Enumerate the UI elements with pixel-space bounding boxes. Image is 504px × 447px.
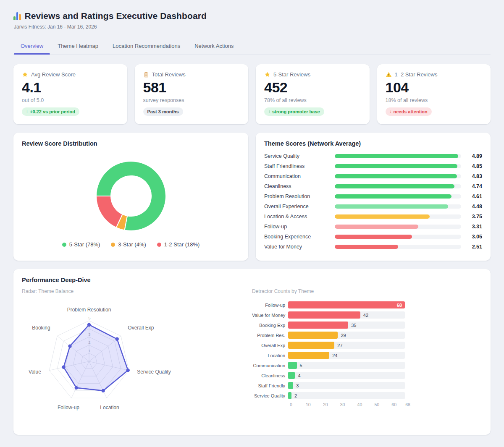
kpi-badge-text: strong promoter base — [272, 109, 320, 114]
theme-score-label: Value for Money — [264, 244, 335, 250]
theme-score-track — [335, 235, 461, 239]
theme-score-row-service-quality: Service Quality4.89 — [264, 153, 482, 159]
kpi-header: 1–2 Star Reviews — [386, 71, 483, 78]
theme-score-bar — [335, 184, 454, 188]
theme-score-row-overall-experience: Overall Experience4.48 — [264, 204, 482, 209]
legend-dot — [111, 243, 115, 247]
detractor-subtitle: Detractor Counts by Theme — [252, 288, 482, 294]
legend-item-3-star-4[interactable]: 3-Star (4%) — [111, 241, 146, 248]
kpi-badge-text: Past 3 months — [147, 109, 179, 114]
tab-location-recommendations[interactable]: Location Recommendations — [105, 39, 187, 54]
kpi-label: 5-Star Reviews — [273, 71, 310, 78]
theme-score-label: Follow-up — [264, 224, 335, 230]
detractor-value: 5 — [300, 363, 302, 368]
logo-bar — [16, 12, 18, 20]
theme-score-bar — [335, 154, 458, 158]
donut-legend: 5-Star (78%)3-Star (4%)1-2 Star (18%) — [22, 241, 240, 248]
detractor-axis-tick: 68 — [405, 402, 410, 407]
detractor-rows: Follow-up68Value for Money42Booking Exp3… — [252, 301, 482, 399]
radar-axis-label-booking: Booking — [32, 325, 50, 331]
radar-point-location — [101, 389, 105, 392]
detractor-bar — [288, 332, 338, 339]
theme-score-track — [335, 174, 461, 178]
detractor-label: Staff Friendly — [252, 383, 288, 388]
theme-score-label: Overall Experience — [264, 204, 335, 209]
detractor-x-axis: 010203040506068 — [291, 402, 408, 408]
radar-axis-label-value: Value — [29, 369, 41, 375]
kpi-badge-text: +0.22 vs prior period — [30, 109, 75, 114]
kpi-value: 581 — [143, 80, 240, 95]
radar-axis-label-service-quality: Service Quality — [137, 369, 171, 375]
theme-score-row-staff-friendliness: Staff Friendliness4.85 — [264, 163, 482, 169]
radar-point-overall-exp — [116, 337, 119, 341]
tab-overview[interactable]: Overview — [13, 39, 50, 54]
detractor-track: 5 — [288, 362, 405, 369]
deep-dive-columns: Radar: Theme Balance 12345Problem Resolu… — [22, 285, 482, 425]
panel-title-theme-scores: Theme Scores (Network Average) — [264, 140, 482, 147]
theme-score-value: 3.31 — [468, 224, 482, 230]
detractor-bar — [288, 301, 405, 308]
theme-score-row-follow-up: Follow-up3.31 — [264, 224, 482, 230]
detractor-value: 29 — [341, 333, 346, 338]
detractor-axis-tick: 20 — [323, 402, 328, 407]
theme-score-label: Location & Access — [264, 214, 335, 220]
detractor-label: Location — [252, 353, 288, 358]
kpi-status-badge: ↓needs attention — [386, 107, 432, 116]
theme-score-value: 4.83 — [468, 173, 482, 179]
radar-point-service-quality — [126, 369, 129, 372]
arrow-up-icon: ↑ — [268, 109, 270, 114]
legend-item-1-2-star-18[interactable]: 1-2 Star (18%) — [157, 241, 200, 248]
detractor-bar — [288, 322, 348, 329]
detractor-track: 4 — [288, 372, 405, 379]
detractor-bar — [288, 362, 297, 369]
detractor-row-follow-up: Follow-up68 — [252, 301, 482, 308]
kpi-subtext: 78% of all reviews — [264, 97, 361, 103]
legend-label: 3-Star (4%) — [118, 241, 146, 248]
detractor-value: 42 — [363, 313, 368, 318]
legend-dot — [157, 243, 161, 247]
arrow-down-icon: ↓ — [390, 109, 392, 114]
theme-score-value: 2.51 — [468, 244, 482, 250]
theme-score-value: 4.48 — [468, 204, 482, 209]
detractor-bar — [288, 352, 329, 359]
radar-axis-label-follow-up: Follow-up — [58, 405, 79, 410]
theme-scores-panel: Theme Scores (Network Average) Service Q… — [256, 133, 491, 261]
kpi-subtext: 18% of all reviews — [386, 97, 483, 103]
theme-score-bar — [335, 214, 430, 219]
page-title: Reviews and Ratings Executive Dashboard — [25, 11, 207, 21]
detractor-label: Overall Exp — [252, 343, 288, 348]
tab-theme-heatmap[interactable]: Theme Heatmap — [50, 39, 105, 54]
detractor-value: 2 — [294, 393, 297, 398]
kpi-label: Avg Review Score — [31, 71, 76, 78]
detractor-row-communication: Communication5 — [252, 362, 482, 369]
tab-network-actions[interactable]: Network Actions — [187, 39, 241, 54]
detractor-column: Detractor Counts by Theme Follow-up68Val… — [252, 285, 482, 425]
radar-column: Radar: Theme Balance 12345Problem Resolu… — [22, 285, 252, 425]
theme-score-bar — [335, 204, 448, 209]
radar-subtitle: Radar: Theme Balance — [22, 288, 252, 294]
theme-score-row-location-access: Location & Access3.75 — [264, 214, 482, 220]
detractor-value: 68 — [397, 303, 402, 308]
kpi-value: 4.1 — [22, 80, 119, 95]
star-icon — [264, 71, 270, 78]
theme-score-label: Cleanliness — [264, 183, 335, 189]
detractor-track: 27 — [288, 342, 405, 349]
kpi-card-avg-review-score: Avg Review Score4.1out of 5.0↑+0.22 vs p… — [13, 64, 127, 124]
legend-item-5-star-78[interactable]: 5-Star (78%) — [62, 241, 100, 248]
logo-bar — [19, 14, 21, 20]
theme-score-row-communication: Communication4.83 — [264, 173, 482, 179]
theme-score-track — [335, 204, 461, 209]
kpi-header: Total Reviews — [143, 71, 240, 78]
theme-score-value: 3.75 — [468, 214, 482, 220]
theme-score-bar — [335, 235, 412, 239]
legend-label: 5-Star (78%) — [69, 241, 100, 248]
detractor-row-cleanliness: Cleanliness4 — [252, 372, 482, 379]
detractor-track: 3 — [288, 382, 405, 389]
detractor-value: 35 — [351, 323, 356, 328]
detractor-bar — [288, 342, 334, 349]
detractor-axis-tick: 40 — [357, 402, 362, 407]
theme-score-value: 4.74 — [468, 183, 482, 189]
radar-axis-label-location: Location — [100, 405, 119, 410]
theme-score-track — [335, 245, 461, 249]
theme-score-track — [335, 154, 461, 158]
